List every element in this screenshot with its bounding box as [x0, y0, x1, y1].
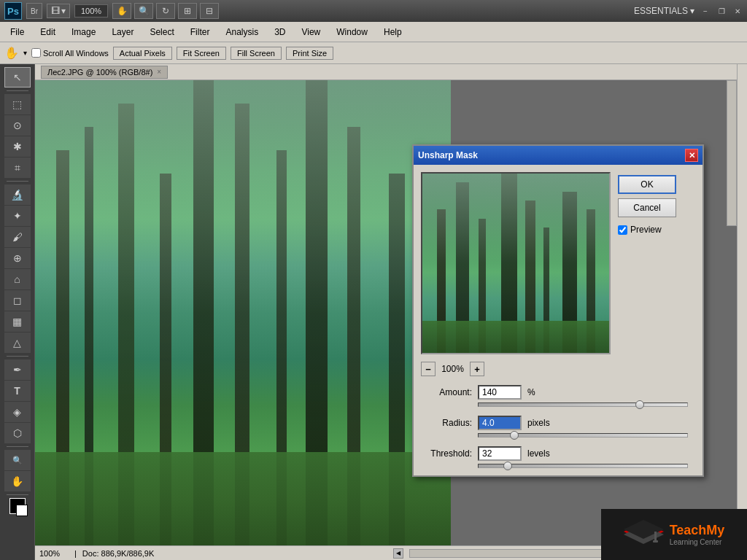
threshold-input[interactable]	[478, 446, 522, 461]
threshold-label-row: Threshold: levels	[421, 446, 695, 461]
svg-rect-3	[654, 532, 657, 542]
teachmy-logo: TeachMy Learning Center	[601, 509, 747, 560]
svg-rect-4	[653, 540, 658, 542]
document-tab-active[interactable]: Лес2.JPG @ 100% (RGB/8#) ×	[41, 66, 168, 79]
radius-input[interactable]	[478, 416, 522, 430]
close-button[interactable]: ✕	[732, 6, 743, 16]
menu-edit[interactable]: Edit	[33, 25, 63, 39]
menu-3d[interactable]: 3D	[267, 25, 293, 39]
br-button[interactable]: Br	[26, 3, 42, 19]
dialog-zoom-row: − 100% +	[421, 359, 695, 379]
dialog-right-panel: OK Cancel Preview	[618, 172, 676, 354]
preview-checkbox[interactable]	[618, 225, 627, 235]
hand-tool-options-icon: ✋	[4, 46, 19, 60]
ok-button[interactable]: OK	[618, 175, 676, 194]
menu-window[interactable]: Window	[329, 25, 375, 39]
hand-tool-icon[interactable]: ✋	[112, 3, 131, 19]
menu-help[interactable]: Help	[376, 25, 409, 39]
zoom-display: 100%	[74, 4, 108, 18]
tool-lasso[interactable]: ⊙	[4, 115, 31, 136]
document-size: Doc: 886,9K/886,9K	[82, 549, 388, 558]
workspace: ↖ ⬚ ⊙ ✱ ⌗ 🔬 ✦ 🖌 ⊕ ⌂ ◻ ▦ △ ✒ T ◈ ⬡ 🔍 ✋ Ле…	[0, 64, 747, 560]
amount-slider-thumb[interactable]	[635, 400, 644, 409]
tool-gradient[interactable]: ▦	[4, 311, 31, 332]
menu-filter[interactable]: Filter	[183, 25, 217, 39]
threshold-track-row	[421, 464, 695, 468]
tool-text[interactable]: T	[4, 381, 31, 401]
menu-image[interactable]: Image	[64, 25, 103, 39]
tool-dodge[interactable]: △	[4, 332, 31, 353]
essentials-button[interactable]: ESSENTIALS ▾	[634, 6, 694, 16]
scroll-all-windows-checkbox[interactable]: Scroll All Windows	[31, 48, 109, 58]
fill-screen-button[interactable]: Fill Screen	[231, 47, 282, 60]
toolbar: ↖ ⬚ ⊙ ✱ ⌗ 🔬 ✦ 🖌 ⊕ ⌂ ◻ ▦ △ ✒ T ◈ ⬡ 🔍 ✋	[0, 64, 35, 560]
scroll-all-checkbox[interactable]	[31, 48, 41, 58]
amount-input[interactable]	[478, 385, 522, 400]
tool-pen[interactable]: ✒	[4, 359, 31, 380]
view-tool-icon[interactable]: ⊞	[178, 3, 197, 19]
tool-path-select[interactable]: ◈	[4, 402, 31, 422]
document-tab-close[interactable]: ×	[157, 68, 161, 76]
zoom-tool-icon[interactable]: 🔍	[134, 3, 153, 19]
tool-shape[interactable]: ⬡	[4, 423, 31, 443]
radius-unit: pixels	[527, 418, 550, 428]
tool-brush[interactable]: 🖌	[4, 227, 31, 247]
threshold-slider-track[interactable]	[478, 464, 688, 468]
menu-view[interactable]: View	[294, 25, 328, 39]
tool-eraser[interactable]: ◻	[4, 290, 31, 311]
teachmy-subtitle: Learning Center	[670, 538, 725, 546]
amount-row: Amount: %	[421, 385, 695, 407]
actual-pixels-button[interactable]: Actual Pixels	[113, 47, 172, 60]
filmstrip-button[interactable]: 🎞 ▾	[47, 4, 70, 18]
minimize-button[interactable]: −	[700, 6, 711, 16]
menu-layer[interactable]: Layer	[104, 25, 141, 39]
tool-eyedropper[interactable]: 🔬	[4, 184, 31, 205]
dialog-main-row: OK Cancel Preview	[421, 172, 695, 354]
tool-clone[interactable]: ⊕	[4, 248, 31, 268]
radius-row: Radius: pixels	[421, 416, 695, 438]
rotate-tool-icon[interactable]: ↻	[156, 3, 175, 19]
canvas-container[interactable]	[35, 80, 451, 545]
tool-foreground-color[interactable]	[9, 498, 26, 514]
tool-history[interactable]: ⌂	[4, 269, 31, 289]
tool-move[interactable]: ↖	[4, 67, 31, 88]
dialog-titlebar[interactable]: Unsharp Mask ✕	[414, 146, 703, 165]
scroll-left-button[interactable]: ◀	[393, 548, 403, 559]
titlebar-right: ESSENTIALS ▾ − ❐ ✕	[634, 6, 743, 16]
amount-label: Amount:	[421, 387, 472, 397]
dialog-close-button[interactable]: ✕	[685, 149, 698, 162]
status-separator: |	[74, 549, 77, 558]
tool-marquee[interactable]: ⬚	[4, 94, 31, 114]
tool-hand[interactable]: ✋	[4, 471, 31, 491]
dialog-preview-image[interactable]	[421, 172, 611, 354]
document-tab-name: Лес2.JPG @ 100% (RGB/8#)	[47, 68, 152, 77]
tool-spot-heal[interactable]: ✦	[4, 206, 31, 226]
threshold-slider-thumb[interactable]	[503, 462, 512, 470]
filmstrip-arrow: ▾	[61, 6, 66, 16]
menu-file[interactable]: File	[3, 25, 31, 39]
menu-select[interactable]: Select	[142, 25, 181, 39]
dialog-zoom-percent: 100%	[440, 364, 465, 374]
tool-zoom[interactable]: 🔍	[4, 450, 31, 470]
toolbar-separator-3	[7, 356, 28, 357]
preview-checkbox-row[interactable]: Preview	[618, 225, 676, 235]
tool-quick-select[interactable]: ✱	[4, 136, 31, 157]
radius-label: Radius:	[421, 418, 472, 428]
zoom-minus-button[interactable]: −	[421, 362, 436, 376]
arrange-tool-icon[interactable]: ⊟	[200, 3, 219, 19]
right-panel	[737, 64, 747, 560]
tool-crop[interactable]: ⌗	[4, 158, 31, 178]
toolbar-separator-1	[7, 90, 28, 91]
print-size-button[interactable]: Print Size	[286, 47, 333, 60]
menu-analysis[interactable]: Analysis	[218, 25, 266, 39]
amount-track-row	[421, 402, 695, 407]
vertical-scrollbar[interactable]	[727, 80, 737, 226]
fit-screen-button[interactable]: Fit Screen	[177, 47, 226, 60]
cancel-button[interactable]: Cancel	[618, 198, 676, 217]
amount-slider-track[interactable]	[478, 402, 688, 407]
essentials-label: ESSENTIALS	[634, 6, 688, 16]
zoom-plus-button[interactable]: +	[470, 362, 484, 376]
radius-slider-thumb[interactable]	[510, 431, 519, 440]
radius-slider-track[interactable]	[478, 433, 688, 438]
restore-button[interactable]: ❐	[716, 6, 727, 16]
